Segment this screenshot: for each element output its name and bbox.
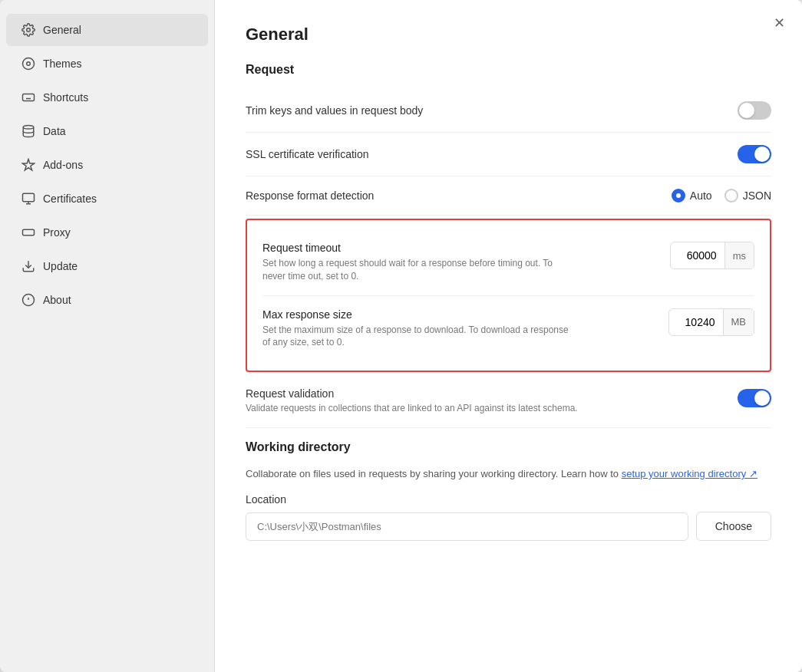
timeout-input-group: ms bbox=[670, 242, 754, 269]
sidebar-item-general[interactable]: General bbox=[6, 14, 208, 46]
sidebar-item-about-label: About bbox=[43, 294, 71, 306]
timeout-unit: ms bbox=[724, 242, 754, 268]
request-validation-thumb bbox=[754, 390, 770, 406]
highlighted-settings-box: Request timeout Set how long a request s… bbox=[246, 219, 771, 372]
trim-keys-row: Trim keys and values in request body bbox=[246, 89, 771, 133]
sidebar-item-data-label: Data bbox=[43, 125, 66, 137]
response-format-radio-group: Auto JSON bbox=[672, 189, 771, 203]
ssl-verification-label: SSL certificate verification bbox=[246, 148, 369, 160]
sidebar-item-themes[interactable]: Themes bbox=[6, 48, 208, 80]
svg-rect-5 bbox=[23, 193, 35, 202]
request-validation-row: Request validation Validate requests in … bbox=[246, 375, 771, 428]
location-label: Location bbox=[246, 493, 771, 506]
max-response-input[interactable] bbox=[669, 316, 723, 328]
setup-directory-link[interactable]: setup your working directory ↗ bbox=[622, 468, 757, 479]
sidebar-item-addons-label: Add-ons bbox=[43, 159, 83, 171]
ssl-verification-thumb bbox=[754, 147, 770, 162]
sidebar-item-proxy[interactable]: Proxy bbox=[6, 216, 208, 249]
radio-auto[interactable]: Auto bbox=[672, 189, 712, 203]
proxy-icon bbox=[21, 226, 35, 239]
location-row: Choose bbox=[246, 512, 771, 541]
info-icon bbox=[21, 293, 35, 307]
ssl-verification-track[interactable] bbox=[738, 145, 771, 163]
ssl-verification-row: SSL certificate verification bbox=[246, 133, 771, 176]
max-response-desc: Set the maximum size of a response to do… bbox=[262, 324, 569, 350]
sidebar-item-shortcuts[interactable]: Shortcuts bbox=[6, 81, 208, 114]
working-directory-desc: Collaborate on files used in requests by… bbox=[246, 466, 771, 482]
svg-point-4 bbox=[23, 126, 34, 130]
page-title: General bbox=[246, 25, 771, 44]
gear-icon bbox=[21, 23, 35, 37]
sparkle-icon bbox=[21, 158, 35, 172]
svg-point-0 bbox=[27, 28, 31, 32]
max-response-row: Max response size Set the maximum size o… bbox=[262, 296, 754, 359]
validation-label: Request validation bbox=[246, 387, 738, 400]
max-response-label: Max response size bbox=[262, 308, 668, 321]
response-format-label: Response format detection bbox=[246, 189, 374, 202]
response-format-row: Response format detection Auto JSON bbox=[246, 176, 771, 216]
sidebar-item-certificates[interactable]: Certificates bbox=[6, 183, 208, 215]
max-response-label-block: Max response size Set the maximum size o… bbox=[262, 308, 668, 350]
certificate-icon bbox=[21, 192, 35, 206]
timeout-label-block: Request timeout Set how long a request s… bbox=[262, 242, 670, 283]
sidebar-item-shortcuts-label: Shortcuts bbox=[43, 91, 88, 104]
sidebar-item-update[interactable]: Update bbox=[6, 250, 208, 282]
radio-json[interactable]: JSON bbox=[724, 189, 771, 203]
main-content: ✕ General Request Trim keys and values i… bbox=[215, 0, 802, 672]
request-timeout-row: Request timeout Set how long a request s… bbox=[262, 232, 754, 296]
sidebar-item-certificates-label: Certificates bbox=[43, 193, 97, 205]
svg-point-2 bbox=[27, 62, 31, 66]
sidebar-item-data[interactable]: Data bbox=[6, 115, 208, 147]
radio-auto-circle bbox=[672, 189, 685, 203]
validation-label-block: Request validation Validate requests in … bbox=[246, 387, 738, 415]
sidebar: General Themes Shortcuts Data Add-ons bbox=[0, 0, 215, 672]
radio-auto-label: Auto bbox=[690, 189, 712, 202]
request-section-title: Request bbox=[246, 63, 771, 77]
radio-json-circle bbox=[724, 189, 738, 203]
sidebar-item-about[interactable]: About bbox=[6, 284, 208, 316]
sidebar-item-themes-label: Themes bbox=[43, 58, 82, 70]
trim-keys-track[interactable] bbox=[738, 101, 771, 120]
timeout-label: Request timeout bbox=[262, 242, 670, 254]
database-icon bbox=[21, 124, 35, 138]
max-response-unit: MB bbox=[723, 309, 754, 335]
ssl-verification-toggle[interactable] bbox=[738, 145, 771, 163]
keyboard-icon bbox=[21, 91, 35, 104]
timeout-desc: Set how long a request should wait for a… bbox=[262, 257, 569, 283]
svg-point-1 bbox=[23, 58, 35, 70]
sidebar-item-general-label: General bbox=[43, 24, 81, 36]
request-validation-toggle[interactable] bbox=[738, 389, 771, 407]
working-directory-title: Working directory bbox=[246, 440, 771, 454]
sidebar-item-addons[interactable]: Add-ons bbox=[6, 149, 208, 181]
choose-button[interactable]: Choose bbox=[696, 512, 771, 541]
trim-keys-thumb bbox=[739, 103, 754, 118]
max-response-input-group: MB bbox=[668, 308, 755, 336]
validation-desc: Validate requests in collections that ar… bbox=[246, 402, 599, 415]
palette-icon bbox=[21, 57, 35, 71]
request-validation-track[interactable] bbox=[738, 389, 771, 407]
close-button[interactable]: ✕ bbox=[768, 12, 790, 34]
svg-rect-3 bbox=[23, 94, 35, 101]
sidebar-item-proxy-label: Proxy bbox=[43, 226, 71, 239]
trim-keys-label: Trim keys and values in request body bbox=[246, 104, 423, 117]
sidebar-item-update-label: Update bbox=[43, 260, 78, 272]
trim-keys-toggle[interactable] bbox=[738, 101, 771, 120]
radio-json-label: JSON bbox=[743, 189, 771, 202]
download-icon bbox=[21, 259, 35, 273]
timeout-input[interactable] bbox=[671, 249, 724, 262]
location-input[interactable] bbox=[246, 512, 688, 541]
